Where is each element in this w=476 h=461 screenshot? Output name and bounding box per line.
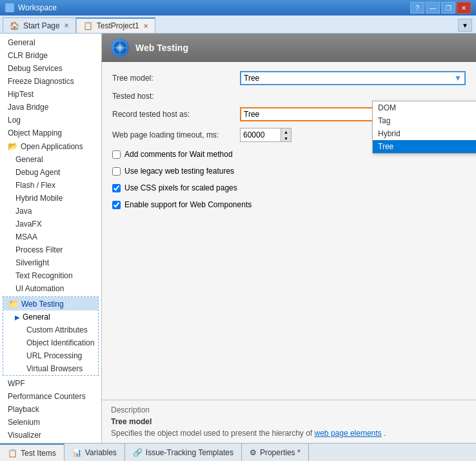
description-link[interactable]: web page elements xyxy=(315,429,382,438)
sidebar-item-oa-hybrid-mobile[interactable]: Hybrid Mobile xyxy=(0,192,101,205)
add-comments-label: Add comments for Wait method xyxy=(124,150,233,159)
dropdown-option-tree[interactable]: Tree xyxy=(373,140,476,153)
sidebar-item-general[interactable]: General xyxy=(0,36,101,49)
tab-test-project-close[interactable]: ✕ xyxy=(143,23,148,30)
bottom-tab-variables[interactable]: 📊 Variables xyxy=(64,444,125,461)
help-button[interactable]: ? xyxy=(410,2,424,14)
minimize-button[interactable]: — xyxy=(426,2,440,14)
use-css-label: Use CSS pixels for scaled pages xyxy=(124,183,237,192)
sidebar-item-clr-bridge[interactable]: CLR Bridge xyxy=(0,49,101,62)
sidebar-item-wt-object-identification[interactable]: Object Identification xyxy=(3,336,98,349)
spinner-up-button[interactable]: ▲ xyxy=(281,128,291,135)
sidebar-subgroup-wt-general-label: General xyxy=(23,312,50,322)
sidebar-item-oa-process-filter[interactable]: Process Filter xyxy=(0,243,101,256)
tree-model-control: Tree ▼ DOM Tag Hybrid Tree xyxy=(240,71,466,85)
tree-model-select[interactable]: Tree ▼ xyxy=(240,71,466,85)
sidebar-item-debug-services[interactable]: Debug Services xyxy=(0,62,101,75)
spinner-buttons: ▲ ▼ xyxy=(281,128,291,141)
sidebar-item-wt-custom-attributes[interactable]: Custom Attributes xyxy=(3,323,98,336)
sidebar-item-visualizer[interactable]: Visualizer xyxy=(0,429,101,442)
sidebar-item-oa-msaa[interactable]: MSAA xyxy=(0,230,101,243)
test-items-icon: 📋 xyxy=(8,449,17,458)
description-area: Description Tree model Specifies the obj… xyxy=(102,400,476,443)
checkbox-row-use-css: Use CSS pixels for scaled pages xyxy=(112,182,466,194)
sidebar-item-log[interactable]: Log xyxy=(0,114,101,127)
variables-icon: 📊 xyxy=(72,448,82,457)
bottom-tab-test-items[interactable]: 📋 Test Items xyxy=(0,444,64,461)
tree-model-row: Tree model: Tree ▼ DOM Tag Hybrid Tree xyxy=(112,71,466,85)
tab-start-page[interactable]: 🏠 Start Page ✕ xyxy=(3,17,76,33)
sidebar-item-performance-counters[interactable]: Performance Counters xyxy=(0,390,101,403)
bottom-tabs: 📋 Test Items 📊 Variables 🔗 Issue-Trackin… xyxy=(0,443,476,461)
loading-timeout-value[interactable] xyxy=(241,129,281,141)
tree-model-dropdown: DOM Tag Hybrid Tree xyxy=(372,101,476,154)
enable-web-label: Enable support for Web Components xyxy=(124,200,252,209)
sidebar-item-oa-silverlight[interactable]: Silverlight xyxy=(0,256,101,269)
dropdown-option-tag[interactable]: Tag xyxy=(373,114,476,127)
sidebar-item-oa-general[interactable]: General xyxy=(0,153,101,166)
tab-dropdown-button[interactable]: ▼ xyxy=(458,19,472,32)
description-subtitle: Tree model xyxy=(111,417,467,426)
sidebar-item-hiptest[interactable]: HipTest xyxy=(0,88,101,101)
spinner-down-button[interactable]: ▼ xyxy=(281,135,291,141)
title-bar-text: Workspace xyxy=(18,3,57,12)
sidebar-item-wt-url-processing[interactable]: URL Processing xyxy=(3,349,98,362)
sidebar-item-oa-flash-flex[interactable]: Flash / Flex xyxy=(0,179,101,192)
sidebar-item-oa-debug-agent[interactable]: Debug Agent xyxy=(0,166,101,179)
use-css-checkbox[interactable] xyxy=(112,184,121,192)
title-bar-controls: ? — ❐ ✕ xyxy=(410,2,471,14)
main-layout: General CLR Bridge Debug Services Freeze… xyxy=(0,34,476,443)
sidebar-item-object-mapping[interactable]: Object Mapping xyxy=(0,127,101,139)
add-comments-checkbox[interactable] xyxy=(112,150,121,159)
use-legacy-label: Use legacy web testing features xyxy=(124,167,234,176)
sidebar-item-java-bridge[interactable]: Java Bridge xyxy=(0,101,101,114)
sidebar-item-wt-virtual-browsers[interactable]: Virtual Browsers xyxy=(3,362,98,375)
issue-tracking-icon: 🔗 xyxy=(133,448,143,457)
tab-start-page-close[interactable]: ✕ xyxy=(64,22,69,29)
sidebar-item-freeze-diagnostics[interactable]: Freeze Diagnostics xyxy=(0,75,101,88)
form-area: Tree model: Tree ▼ DOM Tag Hybrid Tree xyxy=(102,62,476,400)
sidebar-item-wpf[interactable]: WPF xyxy=(0,377,101,390)
bottom-tab-issue-tracking[interactable]: 🔗 Issue-Tracking Templates xyxy=(125,444,242,461)
sidebar-subgroup-wt-general[interactable]: ▶ General xyxy=(3,311,98,323)
checkbox-row-enable-web: Enable support for Web Components xyxy=(112,199,466,210)
sidebar-item-selenium[interactable]: Selenium xyxy=(0,416,101,429)
bottom-tab-test-items-label: Test Items xyxy=(21,449,56,458)
project-icon: 📋 xyxy=(83,21,93,30)
sidebar-item-oa-ui-automation[interactable]: UI Automation xyxy=(0,282,101,295)
restore-button[interactable]: ❐ xyxy=(441,2,455,14)
home-icon: 🏠 xyxy=(10,21,19,30)
properties-icon: ⚙ xyxy=(250,448,257,457)
section-header: Web Testing xyxy=(102,34,476,62)
dropdown-option-dom[interactable]: DOM xyxy=(373,101,476,114)
folder-web-icon: 📁 xyxy=(8,299,19,309)
loading-timeout-label: Web page loading timeout, ms: xyxy=(112,130,235,139)
sidebar-group-web-testing-label: Web Testing xyxy=(21,300,64,309)
section-title: Web Testing xyxy=(135,43,188,53)
sidebar-item-oa-java[interactable]: Java xyxy=(0,205,101,218)
folder-open-icon: 📂 xyxy=(8,141,18,151)
bottom-tab-properties-label: Properties * xyxy=(260,448,301,457)
tree-model-value: Tree xyxy=(244,74,259,83)
description-title: Description xyxy=(111,405,467,415)
sidebar-item-oa-javafx[interactable]: JavaFX xyxy=(0,218,101,230)
sidebar-group-open-applications-label: Open Applications xyxy=(21,142,83,151)
sidebar-item-playback[interactable]: Playback xyxy=(0,403,101,416)
web-testing-icon xyxy=(111,39,129,57)
tested-host-label: Tested host: xyxy=(112,92,235,101)
sidebar-group-open-applications[interactable]: 📂 Open Applications xyxy=(0,139,101,153)
app-icon xyxy=(5,3,14,12)
sidebar-group-web-testing[interactable]: 📁 Web Testing xyxy=(3,297,98,311)
content-area: Web Testing Tree model: Tree ▼ DOM Tag H… xyxy=(102,34,476,443)
use-legacy-checkbox[interactable] xyxy=(112,167,121,176)
tab-test-project[interactable]: 📋 TestProject1 ✕ xyxy=(76,17,155,33)
bottom-tab-properties[interactable]: ⚙ Properties * xyxy=(242,444,309,461)
tested-host-row: Tested host: xyxy=(112,92,466,101)
enable-web-checkbox[interactable] xyxy=(112,201,121,209)
web-testing-group-container: 📁 Web Testing ▶ General Custom Attribute… xyxy=(3,296,99,376)
sidebar-item-zephyr[interactable]: Zephyr for Jira xyxy=(0,442,101,443)
dropdown-option-hybrid[interactable]: Hybrid xyxy=(373,127,476,140)
title-bar: Workspace ? — ❐ ✕ xyxy=(0,0,476,15)
sidebar-item-oa-text-recognition[interactable]: Text Recognition xyxy=(0,269,101,282)
close-button[interactable]: ✕ xyxy=(457,2,471,14)
